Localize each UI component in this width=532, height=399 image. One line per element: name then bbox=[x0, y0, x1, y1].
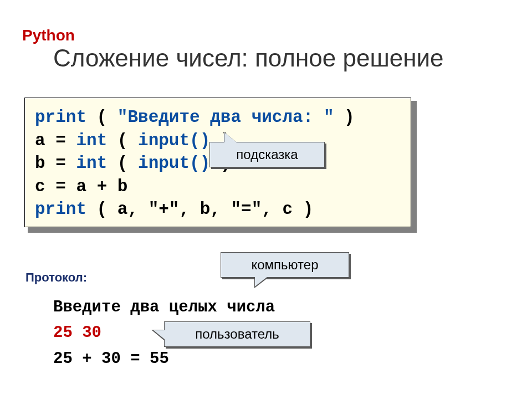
callout-computer: компьютер bbox=[221, 252, 349, 278]
protocol-label: Протокол: bbox=[25, 270, 87, 285]
code-token: = bbox=[45, 177, 76, 196]
callout-text: компьютер bbox=[251, 257, 318, 272]
code-token: ( bbox=[107, 154, 138, 173]
code-token: ) bbox=[293, 200, 313, 219]
code-token: = bbox=[45, 131, 76, 150]
lang-label: Python bbox=[22, 27, 75, 44]
callout-tail bbox=[224, 132, 237, 142]
callout-hint: подсказка bbox=[209, 142, 325, 167]
code-token: "Введите два числа: " bbox=[117, 108, 334, 127]
callout-text: пользователь bbox=[195, 326, 279, 341]
code-token: input() bbox=[138, 131, 210, 150]
code-token: print bbox=[35, 108, 86, 127]
callout-tail bbox=[255, 277, 268, 287]
code-token: ( bbox=[86, 108, 117, 127]
code-token: ( bbox=[86, 200, 117, 219]
callout-tail bbox=[154, 330, 165, 340]
code-token: int bbox=[76, 154, 107, 173]
callout-text: подсказка bbox=[236, 147, 298, 162]
protocol-line: Введите два целых числа bbox=[53, 298, 275, 316]
code-token: a + b bbox=[76, 177, 127, 196]
protocol-user-input: 25 30 bbox=[53, 324, 101, 342]
code-token: int bbox=[76, 131, 107, 150]
code-token: a, "+", b, "=", c bbox=[117, 200, 293, 219]
slide: Python Сложение чисел: полное решение pr… bbox=[0, 0, 532, 399]
code-token: b bbox=[35, 154, 45, 173]
code-token: print bbox=[35, 200, 86, 219]
code-token: c bbox=[35, 177, 45, 196]
code-token: input() bbox=[138, 154, 210, 173]
protocol-line: 25 + 30 = 55 bbox=[53, 350, 169, 368]
code-token: = bbox=[45, 154, 76, 173]
slide-title: Сложение чисел: полное решение bbox=[53, 44, 444, 72]
code-token: ) bbox=[334, 108, 355, 127]
callout-user: пользователь bbox=[164, 321, 310, 347]
code-token: ( bbox=[107, 131, 138, 150]
code-token: a bbox=[35, 131, 45, 150]
